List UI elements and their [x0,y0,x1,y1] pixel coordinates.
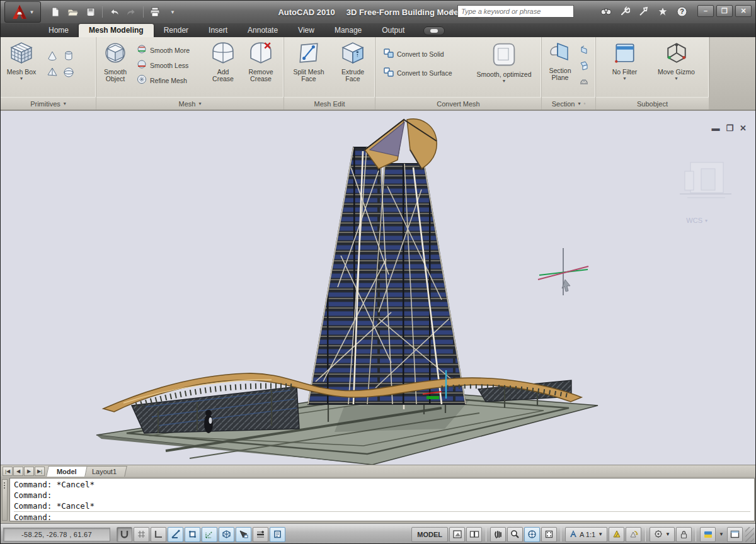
open-button[interactable] [65,4,81,20]
first-layout-button[interactable]: |◀ [3,467,13,476]
quick-view-drawings-button[interactable] [466,527,482,542]
no-filter-dropdown-arrow[interactable]: ▼ [622,76,627,81]
panel-launcher-arrow-icon[interactable]: ◦ [583,101,585,106]
tab-manage[interactable]: Manage [324,24,372,37]
ortho-toggle[interactable] [151,527,166,542]
subscription-wrench-icon[interactable] [618,4,632,18]
ducs-toggle[interactable] [219,527,234,542]
quick-view-layouts-button[interactable] [449,527,465,542]
qat-customize-arrow[interactable]: ▼ [164,4,181,20]
application-menu-button[interactable]: ▼ [4,1,41,23]
mesh-box-dropdown-arrow[interactable]: ▼ [20,76,24,81]
smooth-optimized-dropdown-arrow[interactable]: ▼ [502,79,507,83]
showmotion-button[interactable] [541,527,557,542]
plot-button[interactable] [147,4,163,20]
smooth-object-button[interactable]: Smooth Object [96,40,134,84]
smooth-more-button[interactable]: Smooth More [134,43,205,57]
quick-properties-toggle[interactable] [270,527,285,542]
add-jog-button[interactable] [577,59,591,72]
redo-button[interactable] [123,4,140,20]
osnap-toggle[interactable] [185,527,200,542]
command-prompt[interactable]: Command: [14,511,750,522]
model-space-button[interactable]: MODEL [411,527,448,542]
help-icon[interactable]: ? [675,4,689,18]
panel-title-mesh-edit[interactable]: Mesh Edit [284,97,375,110]
grid-toggle[interactable] [134,527,149,542]
resize-grip[interactable] [745,527,754,542]
no-filter-button[interactable]: No Filter ▼ [605,40,644,82]
prev-layout-button[interactable]: ◀ [13,467,23,476]
viewport-close-icon[interactable]: ✕ [740,123,747,133]
panel-flyout-arrow-icon[interactable]: ▾ [64,101,66,106]
panel-title-primitives[interactable]: Primitives ▾ [1,97,96,110]
convert-to-surface-button[interactable]: Convert to Surface [381,66,470,79]
panel-flyout-arrow-icon[interactable]: ▾ [578,101,580,106]
favorites-star-icon[interactable] [656,4,670,18]
clean-screen-button[interactable] [727,527,743,542]
tab-annotate[interactable]: Annotate [238,24,288,37]
refine-mesh-button[interactable]: Refine Mesh [134,74,205,87]
communication-center-icon[interactable] [637,4,651,18]
tab-layout1[interactable]: Layout1 [81,466,127,477]
panel-title-subobject[interactable]: Subobject [596,97,709,110]
panel-title-mesh[interactable]: Mesh ▾ [96,97,284,110]
undo-button[interactable] [106,4,122,20]
section-plane-button[interactable]: Section Plane [544,40,576,82]
mesh-sphere-button[interactable] [61,65,76,80]
search-input[interactable] [457,5,574,18]
autoscale-annotations-button[interactable] [626,527,641,542]
search-binoculars-icon[interactable] [599,4,613,18]
panel-flyout-arrow-icon[interactable]: ▾ [198,101,201,106]
tab-output[interactable]: Output [372,24,415,37]
otrack-toggle[interactable] [202,527,217,542]
snap-toggle[interactable] [117,527,132,542]
mesh-pyramid-button[interactable] [45,65,60,80]
add-crease-button[interactable]: Add Crease [205,40,241,84]
lineweight-toggle[interactable] [253,527,268,542]
restore-button[interactable]: ❐ [716,5,733,17]
steering-wheel-button[interactable] [524,527,540,542]
split-mesh-face-button[interactable]: Split Mesh Face [288,40,329,84]
move-gizmo-button[interactable]: Move Gizmo ▼ [653,40,700,82]
smooth-optimized-button[interactable]: Smooth, optimized ▼ [470,40,538,84]
command-window-grip[interactable] [2,479,8,521]
panel-title-section[interactable]: Section ▾ ◦ [542,97,595,110]
workspace-switching-button[interactable]: ▼ [650,527,675,542]
move-gizmo-dropdown-arrow[interactable]: ▼ [674,76,679,81]
polar-toggle[interactable] [168,527,183,542]
command-window[interactable]: Command: *Cancel* Command: Command: *Can… [1,477,756,523]
pan-button[interactable] [490,527,506,542]
convert-to-solid-button[interactable]: Convert to Solid [381,47,470,60]
extrude-face-button[interactable]: Extrude Face [335,40,371,84]
application-status-menu-button[interactable] [700,527,716,542]
minimize-button[interactable]: – [697,5,714,17]
annotation-scale-button[interactable]: A 1:1 ▼ [565,527,607,542]
zoom-button[interactable] [507,527,523,542]
ucs-menu[interactable]: WCS ▾ [686,217,707,224]
tab-insert[interactable]: Insert [198,24,238,37]
search-flyout-arrow[interactable]: ▶ [450,8,455,14]
tab-mesh-modeling[interactable]: Mesh Modeling [79,24,154,37]
remove-crease-button[interactable]: Remove Crease [241,40,280,84]
smooth-less-button[interactable]: Smooth Less [134,59,205,72]
viewport-restore-icon[interactable]: ❐ [726,123,733,133]
mesh-box-button[interactable]: Mesh Box ▼ [1,40,42,82]
viewport-minimize-icon[interactable]: ▬ [711,123,719,133]
qnew-button[interactable] [47,4,64,20]
minimize-ribbon-button[interactable] [423,26,445,35]
tab-view[interactable]: View [288,24,324,37]
coordinates-readout[interactable]: -58.25, -26.78 , 61.67 [3,528,110,541]
last-layout-button[interactable]: ▶| [35,467,45,476]
tab-model[interactable]: Model [46,466,87,477]
tab-render[interactable]: Render [154,24,198,37]
mesh-cylinder-button[interactable] [61,48,76,64]
tab-home[interactable]: Home [38,24,79,37]
save-button[interactable] [83,4,99,20]
mesh-cone-button[interactable] [45,48,60,64]
annotation-visibility-button[interactable] [609,527,624,542]
generate-section-button[interactable] [577,74,591,88]
panel-title-convert-mesh[interactable]: Convert Mesh [375,97,541,110]
close-button[interactable]: ✕ [735,5,752,17]
next-layout-button[interactable]: ▶ [24,467,34,476]
toolbar-lock-button[interactable] [676,527,692,542]
